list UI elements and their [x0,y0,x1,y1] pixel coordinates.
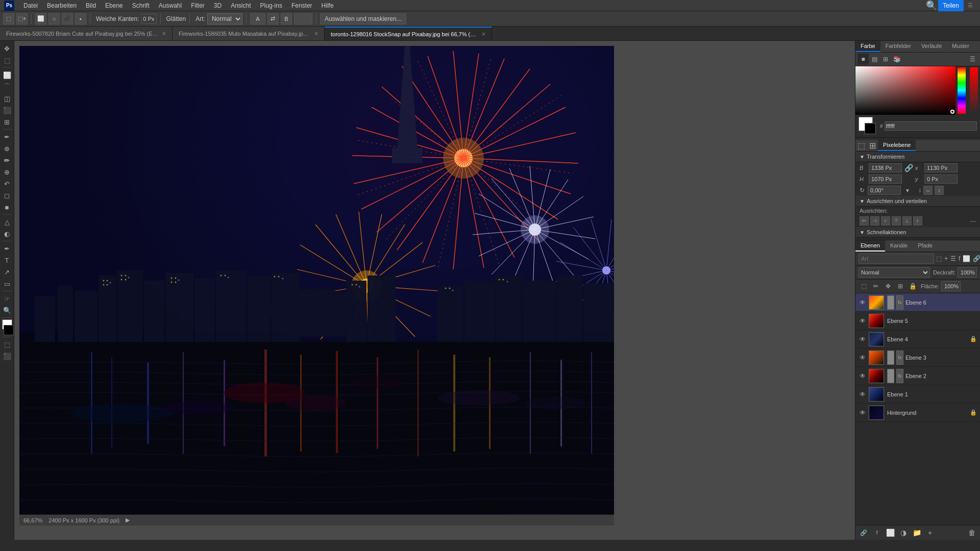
menu-auswahl[interactable]: Auswahl [155,1,186,10]
tab-farbe[interactable]: Farbe [855,41,880,52]
color-hue-slider[interactable] [958,67,966,114]
layer-group-footer-btn[interactable]: 📁 [912,528,922,538]
menu-bild[interactable]: Bild [82,1,100,10]
lock-artboard-btn[interactable]: ⊞ [895,281,905,291]
history-tool[interactable]: ↶ [2,178,13,189]
new-selection-btn[interactable]: ⬚ [3,13,14,24]
layer-mask-btn[interactable]: ⬜ [962,254,971,264]
color-alpha-slider[interactable] [970,67,978,114]
layer-link-footer-btn[interactable]: 🔗 [859,528,869,538]
menu-plugins[interactable]: Plug-ins [256,1,286,10]
layer-visibility-bg[interactable]: 👁 [859,409,867,417]
align-top-icon[interactable]: ⊤ [892,216,901,226]
color-library-icon[interactable]: 📚 [891,54,902,65]
quick-actions-header[interactable]: ▼ Schnellaktionen [855,227,980,238]
layer-type-filter[interactable]: ⬚ [936,254,942,264]
btn-arrows[interactable]: ⇄ [267,13,279,24]
zoom-tool[interactable]: 🔍 [2,305,13,316]
move-tool[interactable]: ✥ [2,43,13,54]
align-center-h-icon[interactable]: ⊣ [870,216,879,226]
layer-new-footer-btn[interactable]: + [925,528,935,538]
artboard-tool[interactable]: ⬚ [2,55,13,66]
object-select-tool[interactable]: ◫ [2,93,13,104]
lock-move-btn[interactable]: ✥ [883,281,893,291]
angle-dropdown[interactable]: ▼ [903,186,912,195]
workspace-btn[interactable]: ☰ [965,0,976,11]
blend-mode-dropdown[interactable]: Normal [859,267,930,278]
layer-item-5[interactable]: 👁 Ebene 5 [855,312,980,330]
menu-hilfe[interactable]: Hilfe [317,1,338,10]
layer-visibility-5[interactable]: 👁 [859,317,867,325]
layer-link-btn[interactable]: 🔗 [972,254,980,264]
gradient-tool[interactable]: ■ [2,202,13,213]
col-marquee-btn[interactable]: ▪ [75,13,86,24]
width-input[interactable] [869,163,902,172]
layer-new-btn[interactable]: + [944,254,948,264]
tab-fireworks1[interactable]: Fireworks-5007820 Briam Cute auf Pixabay… [0,27,173,40]
marquee-tool[interactable]: ⬜ [2,69,13,81]
btn-extra[interactable] [294,13,312,24]
blur-tool[interactable]: △ [2,216,13,228]
lasso-tool[interactable]: ⌒ [2,81,13,92]
hand-tool[interactable]: ☞ [2,293,13,304]
layer-fx-footer-btn[interactable]: f [872,528,882,538]
shape-tool[interactable]: ▭ [2,278,13,289]
menu-schrift[interactable]: Schrift [128,1,154,10]
layer-del-footer-btn[interactable]: 🗑 [967,528,977,538]
transform-section-header[interactable]: ▼ Transformieren [855,152,980,162]
menu-ansicht[interactable]: Ansicht [227,1,255,10]
eyedropper-tool[interactable]: ✒ [2,131,13,142]
dodge-tool[interactable]: ◐ [2,228,13,239]
layer-item-2[interactable]: 👁 fx Ebene 2 [855,367,980,385]
props-pixel2-icon[interactable]: ⊞ [867,140,878,151]
angle-input[interactable] [868,186,901,195]
align-section-header[interactable]: ▼ Ausrichten und verteilen [855,196,980,207]
pen-tool[interactable]: ✒ [2,243,13,254]
menu-fenster[interactable]: Fenster [287,1,316,10]
flip-v-btn[interactable]: ↕ [935,186,944,195]
teilen-btn[interactable]: Teilen [938,0,964,11]
tab-farbfelder[interactable]: Farbfelder [880,41,916,52]
layer-visibility-4[interactable]: 👁 [859,335,867,343]
y-input[interactable] [924,174,958,184]
row-marquee-btn[interactable]: ⬛ [62,13,73,24]
layer-item-3[interactable]: 👁 fx Ebene 3 [855,348,980,367]
layer-visibility-6[interactable]: 👁 [859,298,867,307]
align-right-icon[interactable]: ⊦ [881,216,890,226]
tab-toronto[interactable]: toronto-1298016 StockSnap auf Pixabay.jp… [325,27,492,40]
layer-item-bg[interactable]: 👁 Hintergrund 🔒 [855,404,980,422]
eraser-tool[interactable]: ◻ [2,190,13,201]
background-swatch[interactable] [865,123,876,134]
frame-tool[interactable]: ⊞ [2,116,13,128]
stamp-tool[interactable]: ⊕ [2,166,13,178]
props-pixel-icon[interactable]: ⬚ [855,140,867,151]
layers-search-input[interactable] [859,254,934,264]
add-selection-btn[interactable]: ⬚+ [16,13,28,24]
brush-tool[interactable]: ✏ [2,155,13,166]
type-tool[interactable]: T [2,255,13,266]
layer-adj-footer-btn[interactable]: ◑ [898,528,909,538]
link-dimensions-icon[interactable]: 🔗 [904,163,913,172]
rect-marquee-btn[interactable]: ⬜ [35,13,46,24]
tab-ebenen[interactable]: Ebenen [855,240,885,252]
menu-datei[interactable]: Datei [19,1,42,10]
align-bottom-icon[interactable]: ⊦ [913,216,922,226]
tab-muster[interactable]: Muster [947,41,974,52]
color-panel-menu[interactable]: ☰ [967,54,978,65]
ellipse-marquee-btn[interactable]: ○ [48,13,60,24]
tab-pfade[interactable]: Pfade [913,240,938,252]
tab-fireworks2[interactable]: Fireworks-1586035 Muto Masataka auf Pixa… [173,27,325,40]
canvas-area[interactable]: 66,67% 2400 Px x 1600 Px (300 ppi) ▶ [14,41,855,540]
color-gradient-picker[interactable] [855,66,955,115]
quick-mask-btn[interactable]: ⬚ [2,339,13,350]
align-left-icon[interactable]: ⊢ [860,216,869,226]
color-pattern-icon[interactable]: ⊞ [880,54,891,65]
layer-style-btn[interactable]: f [958,254,961,264]
hex-input[interactable] [885,121,977,131]
lock-transparent-btn[interactable]: ⬚ [859,281,869,291]
select-mask-btn[interactable]: Auswählen und maskieren... [320,13,406,24]
tab-close-3[interactable]: × [482,31,485,38]
tab-kanale[interactable]: Kanäle [885,240,913,252]
opacity-input[interactable] [958,267,977,278]
crop-tool[interactable]: ⬛ [2,105,13,116]
